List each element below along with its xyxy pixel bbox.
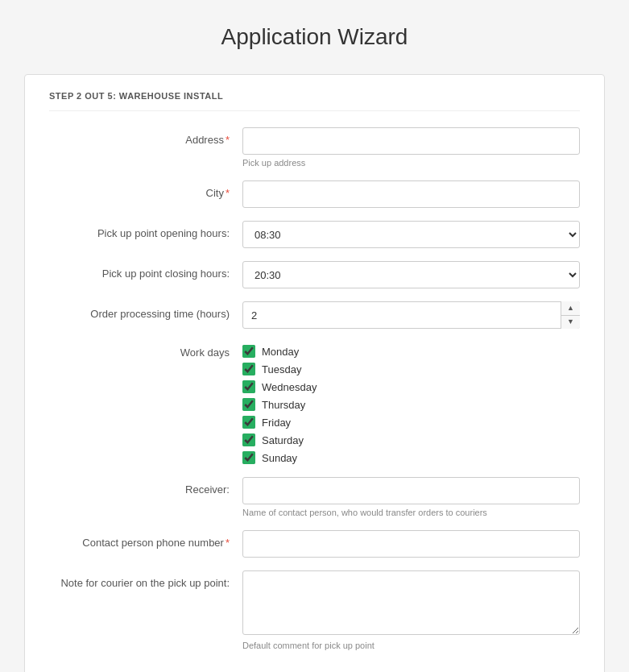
closing-hours-group: Pick up point closing hours: 20:30 21:00… bbox=[49, 261, 580, 288]
note-group: Note for courier on the pick up point: D… bbox=[49, 570, 580, 650]
opening-hours-label: Pick up point opening hours: bbox=[49, 221, 242, 239]
closing-hours-select[interactable]: 20:30 21:00 21:30 22:00 bbox=[242, 261, 580, 288]
spinner-up-button[interactable]: ▲ bbox=[561, 301, 580, 316]
note-hint: Default comment for pick up point bbox=[242, 641, 580, 650]
opening-hours-select[interactable]: 08:30 09:00 09:30 10:00 bbox=[242, 221, 580, 248]
checkboxes-group: Monday Tuesday Wednesday Thursday bbox=[242, 342, 580, 464]
work-days-label: Work days bbox=[49, 342, 242, 359]
receiver-hint: Name of contact person, who would transf… bbox=[242, 508, 580, 517]
checkbox-wednesday[interactable]: Wednesday bbox=[242, 380, 580, 393]
checkbox-friday[interactable]: Friday bbox=[242, 416, 580, 429]
order-processing-input[interactable] bbox=[242, 301, 580, 329]
order-processing-label: Order processing time (hours) bbox=[49, 301, 242, 320]
step-header: STEP 2 OUT 5: WAREHOUSE INSTALL bbox=[49, 91, 580, 111]
contact-phone-label: Contact person phone number* bbox=[49, 530, 242, 549]
checkbox-thursday[interactable]: Thursday bbox=[242, 398, 580, 411]
closing-hours-label: Pick up point closing hours: bbox=[49, 261, 242, 280]
contact-phone-input[interactable] bbox=[242, 530, 580, 558]
receiver-input[interactable] bbox=[242, 477, 580, 504]
address-label: Address* bbox=[49, 127, 242, 146]
tuesday-checkbox[interactable] bbox=[242, 363, 255, 375]
work-days-group: Work days Monday Tuesday Wednesday bbox=[49, 342, 580, 464]
city-group: City* bbox=[49, 180, 580, 208]
page-title: Application Wizard bbox=[24, 24, 605, 50]
note-label: Note for courier on the pick up point: bbox=[49, 570, 242, 589]
wizard-card: STEP 2 OUT 5: WAREHOUSE INSTALL Address*… bbox=[24, 74, 605, 672]
wednesday-checkbox[interactable] bbox=[242, 380, 255, 393]
checkbox-monday[interactable]: Monday bbox=[242, 345, 580, 358]
spinner-down-button[interactable]: ▼ bbox=[561, 316, 580, 330]
checkbox-tuesday[interactable]: Tuesday bbox=[242, 363, 580, 375]
checkbox-sunday[interactable]: Sunday bbox=[242, 451, 580, 464]
address-input[interactable] bbox=[242, 127, 580, 155]
thursday-checkbox[interactable] bbox=[242, 398, 255, 411]
contact-phone-group: Contact person phone number* bbox=[49, 530, 580, 558]
city-label: City* bbox=[49, 180, 242, 199]
city-input[interactable] bbox=[242, 180, 580, 208]
monday-checkbox[interactable] bbox=[242, 345, 255, 358]
sunday-checkbox[interactable] bbox=[242, 451, 255, 464]
receiver-label: Receiver: bbox=[49, 477, 242, 496]
opening-hours-group: Pick up point opening hours: 08:30 09:00… bbox=[49, 221, 580, 248]
checkbox-saturday[interactable]: Saturday bbox=[242, 433, 580, 446]
receiver-group: Receiver: Name of contact person, who wo… bbox=[49, 477, 580, 517]
saturday-checkbox[interactable] bbox=[242, 433, 255, 446]
order-processing-group: Order processing time (hours) ▲ ▼ bbox=[49, 301, 580, 329]
note-textarea[interactable] bbox=[242, 570, 580, 635]
address-group: Address* Pick up address bbox=[49, 127, 580, 168]
friday-checkbox[interactable] bbox=[242, 416, 255, 429]
address-hint: Pick up address bbox=[242, 158, 580, 168]
